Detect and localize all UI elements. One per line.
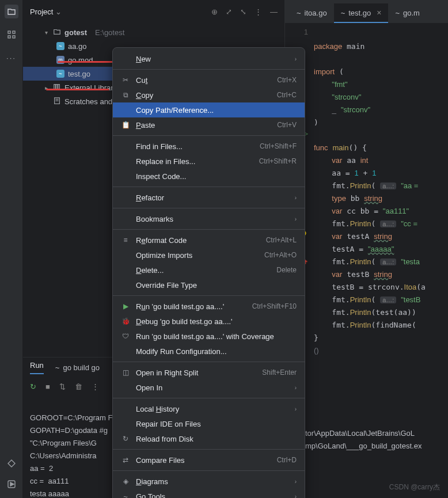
menu-open-in[interactable]: Open In› [113,380,305,395]
filter-icon[interactable]: ⇅ [59,382,66,391]
menu-find-in-files[interactable]: Find in Files...Ctrl+Shift+F [113,139,305,154]
reformat-icon: ≡ [121,236,130,244]
menu-diagrams[interactable]: ◈Diagrams› [113,474,305,489]
services-icon[interactable] [5,457,18,470]
close-icon[interactable]: × [377,8,381,17]
editor: ~ itoa.go ~ test.go × ~ go.m 1 ▷ 💡 🔖 [285,0,448,498]
menu-refactor[interactable]: Refactor› [113,190,305,205]
run-tab[interactable]: Run [30,361,44,374]
folder-icon [53,28,61,37]
menu-open-split[interactable]: ◫Open in Right SplitShift+Enter [113,365,305,380]
structure-tool-icon[interactable] [5,28,18,41]
menu-delete[interactable]: Delete...Delete [113,263,305,277]
debug-icon: 🐞 [121,317,130,325]
go-file-icon: ~ [56,70,64,78]
collapse-icon[interactable]: ⤡ [240,7,246,16]
rerun-icon[interactable]: ↻ [30,382,36,391]
root-path: E:\gotest [95,28,124,37]
annotation-redline [46,89,109,90]
go-file-icon: ~ [55,363,60,372]
svg-rect-2 [8,36,10,38]
menu-modify-run[interactable]: Modify Run Configuration... [113,344,305,359]
svg-rect-0 [8,31,10,33]
compare-icon: ⇄ [121,456,130,464]
go-file-icon: ~ [341,9,346,17]
run-config-tab[interactable]: ~ go build go [55,363,100,372]
go-file-icon: ~ [56,42,64,50]
menu-compare[interactable]: ⇄Compare FilesCtrl+D [113,453,305,467]
menu-paste[interactable]: 📋PasteCtrl+V [113,117,305,132]
copy-icon: ⧉ [121,91,130,99]
trash-icon[interactable]: 🗑 [75,382,82,391]
menu-repair-ide[interactable]: Repair IDE on Files [113,416,305,431]
more-tools-icon[interactable]: ··· [5,51,18,64]
go-file-icon: ~ [297,9,301,17]
stop-icon[interactable]: ■ [45,382,50,391]
editor-tabs: ~ itoa.go ~ test.go × ~ go.m [285,0,448,23]
menu-coverage[interactable]: 🛡Run 'go build test.go aa....' with Cove… [113,329,305,344]
editor-tab-gom[interactable]: ~ go.m [388,3,427,23]
editor-tab-test[interactable]: ~ test.go × [334,3,389,23]
minimize-icon[interactable]: — [270,7,278,16]
editor-tab-itoa[interactable]: ~ itoa.go [290,3,334,23]
project-title[interactable]: Project⌄ [30,7,62,16]
menu-copy-path[interactable]: Copy Path/Reference... [113,102,305,117]
project-tool-icon[interactable] [5,5,18,18]
library-icon [53,83,61,93]
root-name: gotest [64,28,87,37]
run-icon: ▶ [121,302,130,310]
paste-icon: 📋 [121,121,130,129]
annotation-redline [58,61,115,63]
menu-local-history[interactable]: Local History› [113,401,305,416]
left-tool-bar: ··· [0,0,23,498]
more-icon[interactable]: ⋮ [255,7,262,16]
diagram-icon: ◈ [121,477,130,485]
go-icon: ~ [121,492,130,499]
menu-optimize-imports[interactable]: Optimize ImportsCtrl+Alt+O [113,248,305,263]
menu-go-tools[interactable]: ~Go Tools› [113,489,305,498]
go-file-icon: ~ [395,9,400,17]
menu-inspect-code[interactable]: Inspect Code... [113,169,305,184]
watermark: CSDN @carry杰 [389,482,440,492]
menu-copy[interactable]: ⧉CopyCtrl+C [113,88,305,102]
run-output-right: tor\AppData\Local\JetBrains\GoL mp\GoLan… [305,427,422,453]
menu-override-type[interactable]: Override File Type [113,277,305,292]
svg-rect-3 [13,36,15,38]
locate-icon[interactable]: ⊕ [211,7,218,16]
line-number: 1 [285,28,308,40]
svg-marker-6 [10,482,14,486]
context-menu: New› ✂CutCtrl+X ⧉CopyCtrl+C Copy Path/Re… [112,47,305,498]
tree-root[interactable]: ▾ gotest E:\gotest [23,25,284,39]
menu-replace-in-files[interactable]: Replace in Files...Ctrl+Shift+R [113,154,305,169]
menu-new[interactable]: New› [113,51,305,66]
reload-icon: ↻ [121,435,130,443]
coverage-icon: 🛡 [121,332,130,340]
menu-reformat[interactable]: ≡Reformat CodeCtrl+Alt+L [113,233,305,248]
menu-debug[interactable]: 🐞Debug 'go build test.go aa....' [113,314,305,329]
svg-marker-4 [8,460,15,467]
scratches-icon [53,97,61,107]
menu-bookmarks[interactable]: Bookmarks› [113,211,305,226]
menu-run[interactable]: ▶Run 'go build test.go aa....'Ctrl+Shift… [113,299,305,314]
run-tool-icon[interactable] [5,477,18,491]
menu-reload[interactable]: ↻Reload from Disk [113,431,305,446]
caret-down-icon[interactable]: ▾ [43,29,50,36]
cut-icon: ✂ [121,76,130,84]
split-icon: ◫ [121,368,130,377]
svg-rect-1 [13,31,15,33]
menu-cut[interactable]: ✂CutCtrl+X [113,73,305,88]
more-run-icon[interactable]: ⋮ [92,382,99,391]
expand-icon[interactable]: ⤢ [226,7,232,16]
